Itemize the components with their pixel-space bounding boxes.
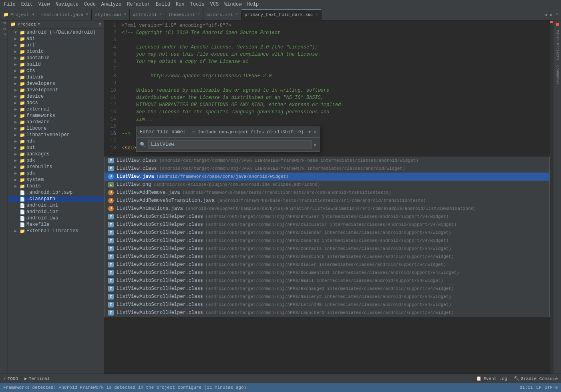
- tree-arrow[interactable]: ▶: [14, 49, 19, 54]
- menu-vcs[interactable]: VCS: [208, 1, 221, 8]
- tree-item-androidipr[interactable]: 📄android.ipr: [8, 209, 104, 215]
- maven-projects-button[interactable]: Maven Projects: [555, 28, 560, 62]
- tree-item-out[interactable]: ▶📁out: [8, 145, 104, 151]
- tree-item-docs[interactable]: ▶📁docs: [8, 100, 104, 106]
- result-item-2[interactable]: CListView.class(android/out/target/commo…: [105, 165, 549, 173]
- result-item-4[interactable]: IListView.png(android/sdk/eclipse/plugin…: [105, 181, 549, 189]
- tree-arrow[interactable]: ▶: [14, 101, 19, 105]
- result-item-6[interactable]: JListViewAddRemoveNoTransition.java(andr…: [105, 197, 549, 205]
- tree-item-packages[interactable]: ▶📁packages: [8, 151, 104, 157]
- tree-arrow[interactable]: ▶: [14, 36, 19, 41]
- result-item-19[interactable]: CListViewAutoScrollHelper.class(android/…: [105, 301, 549, 309]
- result-item-15[interactable]: CListViewAutoScrollHelper.class(android/…: [105, 269, 549, 277]
- menu-refactor[interactable]: Refactor: [125, 1, 153, 8]
- tree-arrow[interactable]: ▶: [14, 184, 19, 189]
- status-lf[interactable]: LF: [536, 385, 541, 390]
- tree-item-art[interactable]: ▶📁art: [8, 42, 104, 48]
- tree-item-hardware[interactable]: ▶📁hardware: [8, 119, 104, 125]
- tree-item-libnativehelper[interactable]: ▶📁libnativehelper: [8, 132, 104, 138]
- tree-item-development[interactable]: ▶📁development: [8, 87, 104, 93]
- result-item-5[interactable]: JListViewAddRemove.java(android/framewor…: [105, 189, 549, 197]
- menu-help[interactable]: Help: [245, 1, 261, 8]
- result-item-20[interactable]: CListViewAutoScrollHelper.class(android/…: [105, 309, 549, 317]
- tree-item-frameworks[interactable]: ▶📁frameworks: [8, 113, 104, 119]
- result-item-3[interactable]: JListView.java(android/frameworks/base/c…: [105, 173, 549, 181]
- result-item-7[interactable]: JListViewAnimations.java(android/develop…: [105, 205, 549, 213]
- tab-rsationlist[interactable]: rsationList.java ×: [38, 9, 92, 20]
- gradle-console-button[interactable]: 🔨 Gradle Console: [514, 376, 558, 381]
- tree-arrow[interactable]: ▶: [14, 81, 19, 86]
- filter-icon[interactable]: ▼: [308, 130, 311, 135]
- tree-arrow[interactable]: ▶: [14, 126, 19, 131]
- result-item-16[interactable]: CListViewAutoScrollHelper.class(android/…: [105, 277, 549, 285]
- tree-item-androidiml[interactable]: 📄android.iml: [8, 202, 104, 209]
- tree-item-androidiws[interactable]: 📄android.iws: [8, 215, 104, 221]
- tree-item-abi[interactable]: ▶📁abi: [8, 36, 104, 42]
- tree-arrow[interactable]: ▶: [14, 56, 19, 60]
- tree-arrow[interactable]: ▶: [14, 139, 19, 144]
- tree-arrow[interactable]: ▶: [14, 75, 19, 80]
- left-strip-icon-1[interactable]: P: [2, 22, 6, 24]
- clear-search-button[interactable]: ✕: [314, 141, 317, 148]
- tree-arrow[interactable]: ▶: [14, 165, 19, 169]
- tree-arrow[interactable]: ▶: [14, 94, 19, 99]
- tree-item-developers[interactable]: ▶📁developers: [8, 80, 104, 87]
- menu-navigate[interactable]: Navigate: [53, 1, 81, 8]
- result-item-14[interactable]: CListViewAutoScrollHelper.class(android/…: [105, 261, 549, 269]
- tree-item-sdk[interactable]: ▶📁sdk: [8, 170, 104, 177]
- menu-run[interactable]: Run: [173, 1, 187, 8]
- tree-item-bootable[interactable]: ▶📁bootable: [8, 55, 104, 61]
- commander-button[interactable]: Commander: [555, 64, 560, 86]
- tree-item-dalvik[interactable]: ▶📁dalvik: [8, 74, 104, 80]
- tab-themes[interactable]: themes.xml ×: [165, 9, 203, 20]
- menu-tools[interactable]: Tools: [188, 1, 207, 8]
- tab-colors[interactable]: colors.xml ×: [203, 9, 241, 20]
- file-search-input[interactable]: [148, 140, 312, 149]
- tree-arrow[interactable]: ▶: [14, 145, 19, 150]
- tree-item-build[interactable]: ▶📁build: [8, 61, 104, 68]
- tree-arrow[interactable]: ▶: [14, 107, 19, 112]
- panel-dropdown-arrow[interactable]: ▼: [38, 22, 40, 26]
- tree-item-external[interactable]: ▶📁external: [8, 106, 104, 113]
- tree-arrow[interactable]: ▶: [14, 88, 19, 92]
- result-item-13[interactable]: CListViewAutoScrollHelper.class(android/…: [105, 253, 549, 261]
- tree-arrow[interactable]: ▶: [14, 43, 19, 48]
- tree-item-prebuilts[interactable]: ▶📁prebuilts: [8, 164, 104, 170]
- menu-code[interactable]: Code: [82, 1, 98, 8]
- tree-item-device[interactable]: ▶📁device: [8, 93, 104, 100]
- tree-arrow[interactable]: ▶: [14, 171, 19, 176]
- tree-item-makefile[interactable]: 📄Makefile: [8, 221, 104, 228]
- event-log-button[interactable]: 📋 Event Log: [476, 376, 507, 381]
- tab-menu-button[interactable]: ≡: [555, 12, 559, 17]
- tree-item-tools[interactable]: ▶📁tools: [8, 183, 104, 189]
- tab-styles[interactable]: styles.xml ×: [92, 9, 130, 20]
- result-item-12[interactable]: CListViewAutoScrollHelper.class(android/…: [105, 245, 549, 253]
- menu-build[interactable]: Build: [153, 1, 173, 8]
- result-item-17[interactable]: CListViewAutoScrollHelper.class(android/…: [105, 285, 549, 293]
- tab-project[interactable]: 📁 Project ▼: [0, 9, 38, 20]
- left-strip-icon-2[interactable]: S: [2, 28, 6, 30]
- tree-root-arrow[interactable]: ▼: [14, 30, 19, 35]
- tree-item-externallibraries[interactable]: ▶📁External Libraries: [8, 228, 104, 234]
- tree-item-classpath[interactable]: 📄.classpath: [8, 196, 104, 202]
- tree-item-libcore[interactable]: ▶📁libcore: [8, 125, 104, 132]
- result-item-9[interactable]: CListViewAutoScrollHelper.class(android/…: [105, 221, 549, 229]
- tab-primary-text[interactable]: primary_text_holo_dark.xml ×: [241, 9, 322, 20]
- tree-arrow[interactable]: ▶: [14, 229, 19, 233]
- results-list[interactable]: CListView.class(android/out/target/commo…: [104, 157, 550, 317]
- close-rsationlist-button[interactable]: ×: [86, 12, 88, 17]
- result-item-18[interactable]: CListViewAutoScrollHelper.class(android/…: [105, 293, 549, 301]
- menu-edit[interactable]: Edit: [19, 1, 35, 8]
- todo-button[interactable]: ✓ TODO: [3, 376, 18, 381]
- close-themes-button[interactable]: ×: [197, 12, 200, 17]
- tree-arrow[interactable]: ▶: [14, 177, 19, 182]
- tree-arrow[interactable]: ▶: [14, 158, 19, 163]
- close-styles-button[interactable]: ×: [124, 12, 126, 17]
- result-item-10[interactable]: CListViewAutoScrollHelper.class(android/…: [105, 229, 549, 237]
- tab-attrs[interactable]: attrs.xml ×: [130, 9, 165, 20]
- tree-arrow[interactable]: ▶: [14, 113, 19, 118]
- tree-item-androidiprswp[interactable]: 📄.android.ipr.swp: [8, 189, 104, 196]
- tree-root[interactable]: ▼ 📁 android (~/Data/android): [8, 29, 104, 36]
- terminal-button[interactable]: ▶ Terminal: [24, 376, 50, 381]
- close-primary-text-button[interactable]: ×: [316, 13, 318, 17]
